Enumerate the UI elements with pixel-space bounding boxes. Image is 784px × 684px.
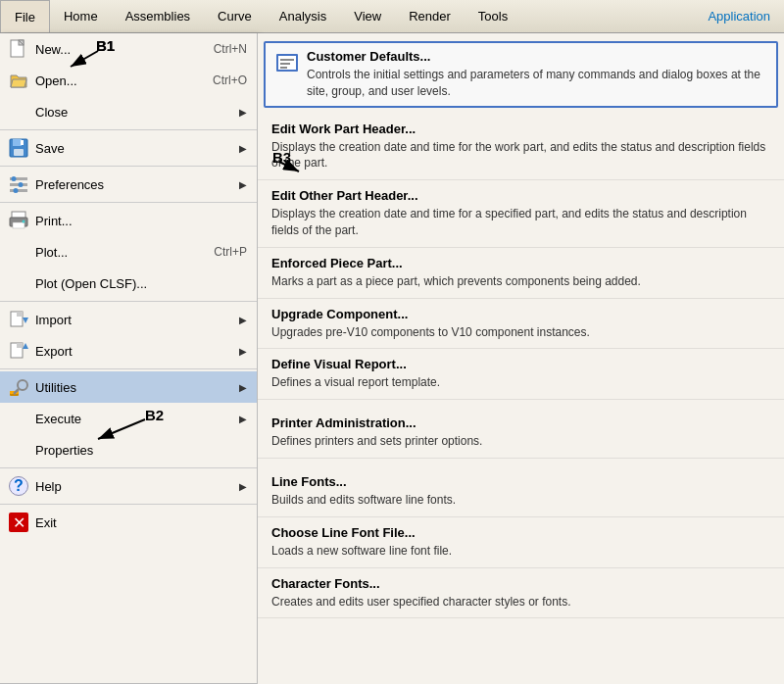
open-label: Open... bbox=[35, 73, 203, 88]
svg-rect-31 bbox=[280, 67, 287, 69]
menu-item-print[interactable]: Print... bbox=[0, 205, 257, 236]
menu-item-preferences[interactable]: Preferences ▶ bbox=[0, 169, 257, 200]
separator-6 bbox=[0, 467, 257, 468]
menu-item-export[interactable]: Export ▶ bbox=[0, 335, 257, 366]
menu-home[interactable]: Home bbox=[50, 0, 112, 32]
save-label: Save bbox=[35, 141, 239, 156]
menu-item-properties[interactable]: Properties bbox=[0, 434, 257, 465]
right-item-enforced-piece[interactable]: Enforced Piece Part... Marks a part as a… bbox=[258, 248, 784, 299]
svg-point-10 bbox=[12, 176, 17, 181]
menu-file[interactable]: File bbox=[0, 0, 50, 32]
svg-point-16 bbox=[23, 220, 25, 223]
utilities-arrow: ▶ bbox=[239, 382, 247, 393]
customer-defaults-desc: Controls the initial settings and parame… bbox=[307, 67, 766, 100]
print-icon bbox=[8, 210, 29, 231]
svg-rect-6 bbox=[21, 140, 24, 145]
edit-other-part-desc: Displays the creation date and time for … bbox=[271, 206, 768, 239]
save-icon bbox=[8, 137, 29, 159]
new-label: New... bbox=[35, 42, 204, 57]
help-arrow: ▶ bbox=[239, 481, 247, 492]
svg-rect-29 bbox=[280, 59, 294, 61]
preferences-icon bbox=[8, 173, 29, 195]
svg-point-25 bbox=[18, 380, 27, 390]
separator-5 bbox=[0, 368, 257, 369]
menu-item-execute[interactable]: Execute ▶ bbox=[0, 403, 257, 434]
svg-rect-15 bbox=[13, 222, 24, 228]
close-label: Close bbox=[35, 105, 239, 120]
menu-view[interactable]: View bbox=[340, 0, 395, 32]
right-item-line-fonts[interactable]: Line Fonts... Builds and edits software … bbox=[258, 466, 784, 517]
main-area: New... Ctrl+N Open... Ctrl+O Close ▶ bbox=[0, 33, 784, 684]
customer-defaults-icon bbox=[275, 51, 299, 77]
printer-admin-title: Printer Administration... bbox=[271, 415, 768, 430]
svg-rect-5 bbox=[14, 149, 24, 156]
menu-assemblies[interactable]: Assemblies bbox=[112, 0, 204, 32]
svg-rect-9 bbox=[10, 189, 27, 192]
svg-rect-30 bbox=[280, 63, 290, 65]
menu-analysis[interactable]: Analysis bbox=[266, 0, 340, 32]
upgrade-component-desc: Upgrades pre-V10 components to V10 compo… bbox=[271, 324, 768, 341]
svg-point-12 bbox=[14, 188, 19, 193]
menu-item-plotopen[interactable]: Plot (Open CLSF)... bbox=[0, 268, 257, 299]
menu-item-import[interactable]: Import ▶ bbox=[0, 304, 257, 335]
menu-curve[interactable]: Curve bbox=[204, 0, 266, 32]
preferences-arrow: ▶ bbox=[239, 179, 247, 190]
separator-2 bbox=[0, 166, 257, 167]
svg-marker-19 bbox=[23, 318, 28, 323]
line-fonts-title: Line Fonts... bbox=[271, 474, 768, 489]
separator-1 bbox=[0, 129, 257, 130]
plot-icon bbox=[8, 241, 29, 263]
menu-item-open[interactable]: Open... Ctrl+O bbox=[0, 65, 257, 96]
character-fonts-desc: Creates and edits user specified charact… bbox=[271, 594, 768, 611]
right-item-edit-work-part[interactable]: Edit Work Part Header... Displays the cr… bbox=[258, 112, 784, 181]
right-item-character-fonts[interactable]: Character Fonts... Creates and edits use… bbox=[258, 568, 784, 619]
exit-icon: ✕ bbox=[8, 512, 29, 533]
svg-marker-22 bbox=[23, 343, 28, 349]
svg-rect-18 bbox=[17, 312, 23, 317]
new-icon bbox=[8, 38, 29, 60]
define-visual-desc: Defines a visual report template. bbox=[271, 374, 768, 391]
menu-application[interactable]: Application bbox=[694, 0, 784, 32]
menu-tools[interactable]: Tools bbox=[465, 0, 521, 32]
help-icon: ? bbox=[8, 475, 29, 497]
edit-other-part-title: Edit Other Part Header... bbox=[271, 188, 768, 203]
right-panel: Customer Defaults... Controls the initia… bbox=[258, 33, 784, 684]
menu-item-save[interactable]: Save ▶ bbox=[0, 132, 257, 164]
printer-admin-desc: Defines printers and sets printer option… bbox=[271, 433, 768, 450]
separator-4 bbox=[0, 301, 257, 302]
right-item-printer-admin[interactable]: Printer Administration... Defines printe… bbox=[258, 408, 784, 459]
file-dropdown-menu: New... Ctrl+N Open... Ctrl+O Close ▶ bbox=[0, 33, 258, 684]
enforced-piece-title: Enforced Piece Part... bbox=[271, 256, 768, 270]
menu-item-close[interactable]: Close ▶ bbox=[0, 96, 257, 127]
properties-label: Properties bbox=[35, 443, 247, 458]
menu-item-plot[interactable]: Plot... Ctrl+P bbox=[0, 236, 257, 268]
menu-item-exit[interactable]: ✕ Exit bbox=[0, 507, 257, 538]
import-icon bbox=[8, 309, 29, 330]
menu-item-help[interactable]: ? Help ▶ bbox=[0, 470, 257, 502]
right-item-customer-defaults[interactable]: Customer Defaults... Controls the initia… bbox=[264, 41, 778, 108]
preferences-label: Preferences bbox=[35, 177, 239, 192]
right-item-define-visual[interactable]: Define Visual Report... Defines a visual… bbox=[258, 349, 784, 400]
plotopen-label: Plot (Open CLSF)... bbox=[35, 276, 247, 291]
new-shortcut: Ctrl+N bbox=[214, 42, 247, 56]
help-label: Help bbox=[35, 479, 239, 494]
menu-item-utilities[interactable]: Utilities ▶ bbox=[0, 371, 257, 403]
svg-rect-21 bbox=[17, 343, 23, 348]
export-icon bbox=[8, 340, 29, 362]
close-arrow: ▶ bbox=[239, 107, 247, 118]
right-item-choose-line-font[interactable]: Choose Line Font File... Loads a new sof… bbox=[258, 517, 784, 568]
execute-icon bbox=[8, 408, 29, 429]
menu-render[interactable]: Render bbox=[395, 0, 465, 32]
plotopen-icon bbox=[8, 272, 29, 294]
right-item-upgrade-component[interactable]: Upgrade Component... Upgrades pre-V10 co… bbox=[258, 299, 784, 350]
utilities-icon bbox=[8, 376, 29, 398]
open-shortcut: Ctrl+O bbox=[213, 73, 247, 87]
line-fonts-desc: Builds and edits software line fonts. bbox=[271, 492, 768, 509]
right-item-edit-other-part[interactable]: Edit Other Part Header... Displays the c… bbox=[258, 180, 784, 248]
edit-work-part-title: Edit Work Part Header... bbox=[271, 122, 768, 136]
svg-point-11 bbox=[19, 182, 24, 187]
menu-item-new[interactable]: New... Ctrl+N bbox=[0, 33, 257, 65]
import-label: Import bbox=[35, 313, 239, 327]
enforced-piece-desc: Marks a part as a piece part, which prev… bbox=[271, 273, 768, 290]
properties-icon bbox=[8, 439, 29, 461]
